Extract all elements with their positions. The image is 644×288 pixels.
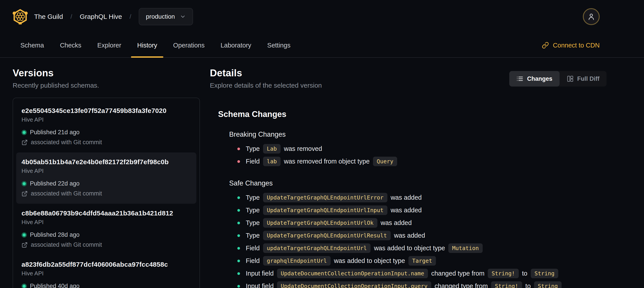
change-text: Field — [246, 257, 260, 264]
tab-label: History — [137, 42, 157, 49]
version-service: Hive API — [22, 270, 191, 277]
details-panel: Details Explore details of the selected … — [210, 68, 606, 288]
change-code-badge: String! — [491, 281, 522, 288]
list-icon — [516, 75, 524, 82]
full-diff-view-button[interactable]: Full Diff — [560, 71, 606, 87]
safe-bullet-icon — [237, 222, 240, 224]
change-text: Type — [246, 145, 260, 152]
version-published-row: Published 22d ago — [22, 180, 191, 187]
connect-to-cdn-link[interactable]: Connect to CDN — [542, 42, 600, 49]
change-text: was removed from object type — [284, 158, 370, 165]
change-text: was added — [391, 194, 422, 201]
change-text: Type — [246, 194, 260, 201]
version-card[interactable]: 4b05ab51b1b4a7e2e4b0ef82172f2b9f7ef98c0b… — [16, 152, 196, 204]
tab-label: Schema — [20, 42, 44, 49]
change-text: Field — [246, 158, 260, 165]
version-hash: c8b6e88a06793b9c4dfd54aaa21b36a1b421d812 — [22, 209, 191, 217]
published-text: Published 22d ago — [30, 180, 80, 187]
change-row: FieldupdateTargetGraphQLEndpointUrlwas a… — [229, 242, 606, 254]
breadcrumb-separator: / — [70, 13, 72, 20]
breadcrumb: The Guild / GraphQL Hive / production — [34, 8, 193, 25]
details-header: Details Explore details of the selected … — [210, 68, 606, 89]
change-row: TypeUpdateTargetGraphQLEndpointUrlResult… — [229, 229, 606, 242]
versions-subtitle: Recently published schemas. — [13, 82, 200, 89]
columns-icon — [567, 75, 574, 82]
change-text: Input field — [246, 270, 274, 277]
changes-view-button[interactable]: Changes — [509, 71, 559, 87]
external-link-icon — [22, 242, 28, 248]
change-text: Type — [246, 207, 260, 214]
external-link-icon — [22, 191, 28, 197]
change-code-badge: lab — [263, 157, 280, 166]
git-commit-text: associated with Git commit — [31, 241, 102, 248]
version-service: Hive API — [22, 219, 191, 226]
version-hash: 4b05ab51b1b4a7e2e4b0ef82172f2b9f7ef98c0b — [22, 158, 191, 166]
tab-label: Settings — [267, 42, 290, 49]
change-code-badge: String — [534, 281, 562, 288]
schema-changes-title: Schema Changes — [218, 110, 606, 119]
change-text: to — [526, 282, 531, 288]
top-bar: The Guild / GraphQL Hive / production — [0, 0, 644, 33]
breadcrumb-project[interactable]: GraphQL Hive — [80, 13, 122, 21]
change-code-badge: UpdateTargetGraphQLEndpointUrlError — [263, 193, 388, 202]
published-status-dot — [22, 181, 27, 186]
external-link-icon — [22, 139, 28, 146]
user-avatar-button[interactable] — [583, 8, 600, 25]
hive-logo-icon[interactable] — [12, 9, 28, 25]
tab-label: Laboratory — [220, 42, 251, 49]
tab-explorer[interactable]: Explorer — [89, 33, 129, 57]
details-subtitle: Explore details of the selected version — [210, 82, 322, 89]
change-section-title: Breaking Changes — [229, 130, 606, 138]
change-code-badge: Query — [373, 157, 397, 166]
version-card[interactable]: e2e55045345ce13fe07f52a77459b83fa3fe7020… — [16, 101, 196, 152]
change-code-badge: UpdateTargetGraphQLEndpointUrlInput — [263, 205, 388, 215]
tab-history[interactable]: History — [129, 33, 165, 57]
tab-operations[interactable]: Operations — [165, 33, 212, 57]
main-content: Versions Recently published schemas. e2e… — [0, 58, 644, 288]
change-text: was added — [381, 219, 412, 226]
published-status-dot — [22, 283, 27, 288]
safe-bullet-icon — [237, 196, 240, 199]
change-code-badge: String! — [488, 269, 518, 278]
version-card[interactable]: c8b6e88a06793b9c4dfd54aaa21b36a1b421d812… — [16, 204, 196, 255]
change-row: FieldgraphqlEndpointUrlwas added to obje… — [229, 254, 606, 267]
version-published-row: Published 28d ago — [22, 231, 191, 238]
change-text: was added — [394, 232, 425, 239]
change-code-badge: UpdateDocumentCollectionOperationInput.n… — [277, 269, 428, 278]
safe-bullet-icon — [237, 209, 240, 212]
change-text: was added to object type — [374, 244, 445, 252]
version-card[interactable]: a823f6db2a55df877dcf406006abca97fcc4858c… — [16, 255, 196, 288]
change-section: Breaking Changes TypeLabwas removedField… — [218, 130, 606, 168]
published-text: Published 40d ago — [30, 283, 80, 288]
tab-settings[interactable]: Settings — [259, 33, 298, 57]
git-commit-link[interactable]: associated with Git commit — [22, 139, 191, 146]
safe-bullet-icon — [237, 259, 240, 262]
version-hash: a823f6db2a55df877dcf406006abca97fcc4858c — [22, 261, 191, 268]
published-text: Published 21d ago — [30, 129, 80, 136]
breadcrumb-org[interactable]: The Guild — [34, 13, 63, 21]
connect-to-cdn-label: Connect to CDN — [553, 42, 600, 49]
tab-checks[interactable]: Checks — [52, 33, 89, 57]
tab-laboratory[interactable]: Laboratory — [212, 33, 259, 57]
change-section: Safe Changes TypeUpdateTargetGraphQLEndp… — [218, 179, 606, 288]
version-service: Hive API — [22, 167, 191, 174]
git-commit-link[interactable]: associated with Git commit — [22, 190, 191, 197]
breadcrumb-separator: / — [130, 13, 132, 20]
version-service: Hive API — [22, 116, 191, 123]
change-text: was added to object type — [334, 257, 405, 264]
breaking-bullet-icon — [237, 148, 240, 150]
git-commit-link[interactable]: associated with Git commit — [22, 241, 191, 248]
change-text: Type — [246, 219, 260, 226]
safe-bullet-icon — [237, 285, 240, 287]
change-text: Input field — [246, 282, 274, 288]
target-dropdown[interactable]: production — [139, 8, 193, 25]
versions-title: Versions — [13, 68, 200, 79]
change-code-badge: Target — [408, 256, 436, 265]
tab-schema[interactable]: Schema — [12, 33, 52, 57]
change-text: changed type from — [431, 270, 484, 277]
breaking-bullet-icon — [237, 160, 240, 163]
nav-tabs: SchemaChecksExplorerHistoryOperationsLab… — [12, 33, 298, 57]
published-text: Published 28d ago — [30, 231, 80, 238]
change-code-badge: Mutation — [448, 243, 482, 253]
full-diff-view-label: Full Diff — [577, 75, 600, 82]
